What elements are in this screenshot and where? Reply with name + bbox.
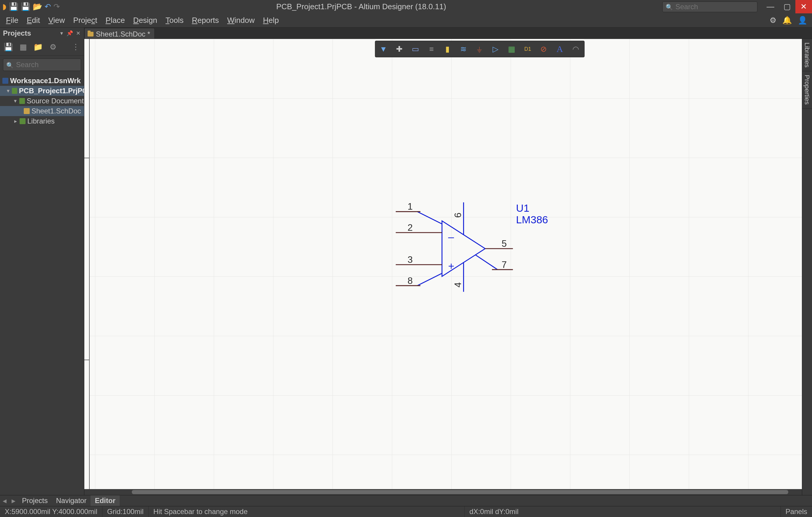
- menu-reports[interactable]: Reports: [188, 14, 222, 27]
- panel-dropdown-icon[interactable]: ▾: [58, 30, 64, 36]
- menu-help[interactable]: Help: [260, 14, 282, 27]
- projects-tb-compile-icon[interactable]: ▦: [19, 42, 28, 52]
- undo-icon[interactable]: ↶: [45, 2, 51, 11]
- projects-panel-title: Projects: [3, 29, 56, 37]
- bottom-tab-navigator[interactable]: Navigator: [52, 495, 91, 506]
- right-tab-libraries[interactable]: Libraries: [802, 39, 812, 71]
- schematic-canvas[interactable]: 1 2 3 8 5 7 6 4 – + U1 LM386 ▼ ✚ ▭ ≡ ▮ ≋: [84, 39, 812, 495]
- tree-sheet1-label: Sheet1.SchDoc: [31, 107, 81, 115]
- status-delta: dX:0mil dY:0mil: [465, 506, 781, 517]
- designator-label: U1: [516, 202, 529, 214]
- place-text-icon[interactable]: A: [554, 44, 565, 54]
- menu-tools[interactable]: Tools: [162, 14, 187, 27]
- folder-icon: [19, 98, 25, 104]
- svg-line-5: [475, 255, 498, 270]
- schematic-file-icon: [24, 108, 30, 114]
- projects-tree: Workspace1.DsnWrk ▾ PCB_Project1.PrjPCB …: [0, 74, 84, 495]
- document-tab-sheet1[interactable]: Sheet1.SchDoc *: [84, 28, 155, 38]
- menu-project[interactable]: Project: [70, 14, 101, 27]
- scrollbar-thumb[interactable]: [132, 490, 788, 494]
- menu-view[interactable]: View: [45, 14, 68, 27]
- menu-file[interactable]: File: [2, 14, 22, 27]
- quick-access-toolbar: ◗ 💾 💾 📂 ↶ ↷: [0, 2, 60, 11]
- menu-edit[interactable]: Edit: [23, 14, 44, 27]
- align-icon[interactable]: ≡: [426, 44, 437, 54]
- panels-button[interactable]: Panels: [781, 508, 812, 516]
- document-tabs: Sheet1.SchDoc *: [84, 28, 812, 39]
- filter-icon[interactable]: ▼: [378, 44, 388, 54]
- place-port-icon[interactable]: ▷: [490, 44, 501, 54]
- minus-label: –: [448, 231, 454, 242]
- place-wire-icon[interactable]: ≋: [458, 44, 469, 54]
- menu-place[interactable]: Place: [102, 14, 128, 27]
- bottom-tab-projects[interactable]: Projects: [18, 495, 52, 506]
- right-tab-properties[interactable]: Properties: [802, 71, 812, 108]
- place-part-icon[interactable]: ▮: [442, 44, 453, 54]
- projects-tb-settings-icon[interactable]: ⚙: [48, 42, 58, 52]
- tree-libraries[interactable]: ▸ Libraries: [0, 116, 84, 126]
- global-search-input[interactable]: [675, 3, 764, 11]
- settings-icon[interactable]: ⚙: [770, 16, 776, 25]
- menubar: File Edit View Project Place Design Tool…: [0, 13, 812, 28]
- redo-icon[interactable]: ↷: [53, 2, 60, 11]
- pin-5-label: 5: [501, 238, 506, 249]
- bottom-tabs-prev-icon[interactable]: ◂: [0, 496, 9, 506]
- tree-sheet1[interactable]: Sheet1.SchDoc: [0, 106, 84, 116]
- twist-icon[interactable]: ▾: [13, 98, 18, 104]
- projects-tb-more-icon[interactable]: ⋮: [71, 42, 81, 52]
- place-gnd-icon[interactable]: ⏚: [474, 44, 485, 54]
- pin-8-label: 8: [408, 276, 413, 286]
- tree-libraries-label: Libraries: [27, 117, 55, 125]
- window-controls: — ▢ ✕: [762, 0, 812, 13]
- projects-search[interactable]: [3, 58, 81, 71]
- app-logo-icon: ◗: [2, 2, 6, 11]
- tree-workspace[interactable]: Workspace1.DsnWrk: [0, 76, 84, 86]
- user-icon[interactable]: 👤: [798, 16, 807, 25]
- document-tab-label: Sheet1.SchDoc *: [96, 30, 150, 38]
- right-collapsed-panels: Libraries Properties: [802, 39, 812, 495]
- menubar-right-icons: ⚙ 🔔 👤: [770, 16, 810, 25]
- menu-window[interactable]: Window: [224, 14, 258, 27]
- tree-project[interactable]: ▾ PCB_Project1.PrjPCB: [0, 86, 84, 96]
- select-rect-icon[interactable]: ▭: [410, 44, 421, 54]
- minimize-button[interactable]: —: [762, 0, 779, 13]
- move-icon[interactable]: ✚: [394, 44, 405, 54]
- place-netlabel-icon[interactable]: D1: [522, 44, 533, 54]
- status-hint: Hit Spacebar to change mode: [149, 506, 465, 517]
- titlebar: ◗ 💾 💾 📂 ↶ ↷ PCB_Project1.PrjPCB - Altium…: [0, 0, 812, 13]
- global-search[interactable]: [662, 1, 757, 12]
- folder-icon: [20, 118, 26, 124]
- projects-toolbar: 💾 ▦ 📁 ⚙ ⋮: [0, 39, 84, 56]
- status-coords: X:5900.000mil Y:4000.000mil: [0, 506, 103, 517]
- close-button[interactable]: ✕: [795, 0, 812, 13]
- pin-6-label: 6: [453, 212, 463, 218]
- schematic-doc-icon: [88, 32, 93, 36]
- bottom-tabs-next-icon[interactable]: ▸: [9, 496, 18, 506]
- statusbar: X:5900.000mil Y:4000.000mil Grid:100mil …: [0, 506, 812, 517]
- place-arc-icon[interactable]: ◠: [570, 44, 581, 54]
- panel-pin-icon[interactable]: 📌: [67, 30, 73, 36]
- menu-design[interactable]: Design: [130, 14, 161, 27]
- value-label: LM386: [516, 214, 548, 225]
- pin-4-label: 4: [453, 282, 463, 287]
- pin-1-label: 1: [408, 201, 413, 212]
- search-icon: [666, 2, 673, 11]
- panel-close-icon[interactable]: ✕: [75, 30, 81, 36]
- bottom-tabstrip: ◂ ▸ Projects Navigator Editor: [0, 495, 812, 506]
- maximize-button[interactable]: ▢: [779, 0, 795, 13]
- tree-source-docs[interactable]: ▾ Source Documents: [0, 96, 84, 106]
- twist-icon[interactable]: ▾: [6, 88, 10, 94]
- save-all-icon[interactable]: 💾: [21, 2, 30, 11]
- projects-tb-folder-icon[interactable]: 📁: [33, 42, 43, 52]
- place-noerc-icon[interactable]: ⊘: [538, 44, 549, 54]
- projects-tb-save-icon[interactable]: 💾: [4, 42, 13, 52]
- search-icon: [6, 60, 14, 69]
- horizontal-scrollbar[interactable]: [84, 489, 806, 495]
- save-icon[interactable]: 💾: [9, 2, 19, 11]
- twist-icon[interactable]: ▸: [13, 118, 18, 124]
- place-sheet-icon[interactable]: ▦: [506, 44, 517, 54]
- pin-7-label: 7: [501, 260, 506, 270]
- bottom-tab-editor[interactable]: Editor: [91, 495, 119, 506]
- open-icon[interactable]: 📂: [33, 2, 42, 11]
- notifications-icon[interactable]: 🔔: [782, 16, 792, 25]
